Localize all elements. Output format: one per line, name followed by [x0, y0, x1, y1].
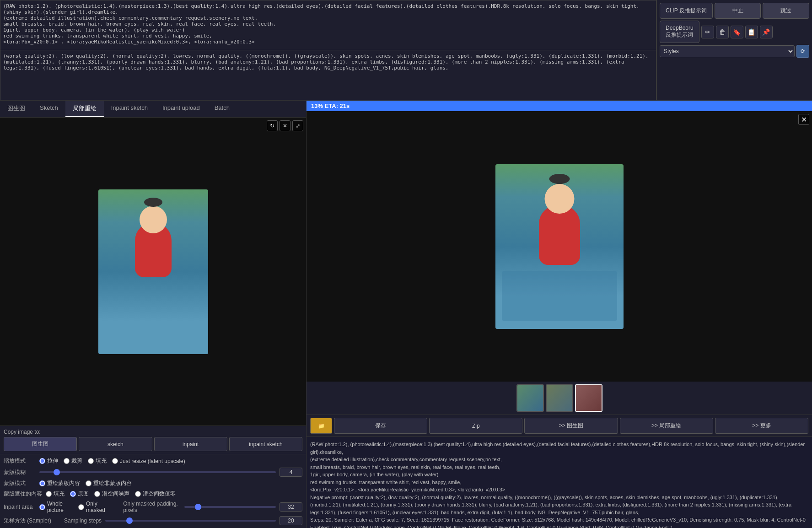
confirm-button[interactable]: 跳过 — [763, 3, 809, 19]
clip-button[interactable]: CLIP 反推提示词 — [660, 3, 713, 19]
resize-fill-option[interactable]: 填充 — [88, 457, 107, 465]
sampling-method-label: 采样方法 (Sampler) — [4, 517, 51, 525]
whole-picture-option[interactable]: Whole picture — [39, 501, 73, 513]
styles-row: Styles ⟳ — [660, 45, 809, 58]
mask-blur-slider[interactable] — [39, 471, 276, 473]
options-section: 缩放模式 拉伸 裁剪 填充 Just resize (latent upscal… — [0, 454, 306, 528]
masked-content-row: 蒙版遮住的内容 填充 原图 潜空间噪声 潜空间数值零 — [4, 490, 302, 498]
zip-button[interactable]: Zip — [429, 418, 522, 434]
pencil-icon-button[interactable]: ✏ — [701, 26, 714, 38]
inpaint-area-label: Inpaint area — [4, 504, 36, 510]
copy-icon-button[interactable]: 📋 — [745, 26, 758, 38]
copy-to-img2img-button[interactable]: 图生图 — [4, 437, 77, 451]
tab-inpaint[interactable]: 局部重绘 — [65, 101, 104, 117]
copy-image-label: Copy image to: — [4, 429, 302, 435]
mask-mode-label: 蒙版模式 — [4, 480, 36, 487]
main-content: 图生图 Sketch 局部重绘 Inpaint sketch Inpaint u… — [0, 101, 812, 528]
deepbooru-button[interactable]: DeepBooru 反推提示词 — [660, 21, 699, 43]
clip-row: CLIP 反推提示词 中止 跳过 — [660, 3, 809, 19]
tab-sketch[interactable]: Sketch — [32, 101, 65, 117]
mask-mode-row: 蒙版模式 重绘蒙版内容 重绘非蒙版内容 — [4, 480, 302, 487]
copy-to-inpaint-button[interactable]: inpaint — [154, 437, 227, 451]
folder-button[interactable]: 📁 — [310, 418, 332, 434]
resize-mode-row: 缩放模式 拉伸 裁剪 填充 Just resize (latent upscal… — [4, 457, 302, 465]
resize-latent-option[interactable]: Just resize (latent upscale) — [112, 458, 185, 464]
mask-blur-value-input[interactable] — [280, 468, 302, 477]
only-masked-option[interactable]: Only masked — [78, 501, 110, 513]
padding-value-input[interactable] — [280, 502, 302, 512]
mask-blur-label: 蒙版模糊 — [4, 469, 36, 476]
top-right-panel: CLIP 反推提示词 中止 跳过 DeepBooru 反推提示词 ✏ 🗑 🔖 📋… — [656, 0, 812, 100]
canvas-controls: ↻ ✕ ⤢ — [267, 120, 303, 131]
thumbnail-3[interactable] — [575, 384, 602, 412]
copy-image-section: Copy image to: 图生图 sketch inpaint inpain… — [0, 426, 306, 454]
negative-prompt-input[interactable]: (worst quality:2), (low quality:2), (nor… — [0, 50, 656, 100]
tab-inpaint-sketch[interactable]: Inpaint sketch — [104, 101, 155, 117]
trash-icon-button[interactable]: 🗑 — [716, 26, 729, 38]
canvas-close-button[interactable]: ✕ — [280, 120, 290, 131]
mask-mode-inpaint-option[interactable]: 重绘蒙版内容 — [39, 480, 80, 487]
inpaint-area-controls: Whole picture Only masked Only masked pa… — [39, 501, 302, 513]
styles-select[interactable]: Styles — [660, 45, 795, 57]
tabs-row: 图生图 Sketch 局部重绘 Inpaint sketch Inpaint u… — [0, 101, 306, 118]
resize-mode-label: 缩放模式 — [4, 457, 36, 465]
masked-content-radio-group: 填充 原图 潜空间噪声 潜空间数值零 — [46, 490, 176, 498]
thumbnail-strip — [307, 382, 812, 415]
icon-row: ✏ 🗑 🔖 📋 📌 — [701, 21, 773, 43]
top-section: (RAW photo:1.2), (photorealistic:1.4),(m… — [0, 0, 812, 101]
sampling-steps-slider[interactable] — [105, 520, 276, 522]
to-inpaint-button[interactable]: >> 局部重绘 — [620, 418, 713, 434]
tab-img2img[interactable]: 图生图 — [0, 101, 32, 117]
sampling-steps-value-input[interactable] — [280, 516, 302, 525]
more-button[interactable]: >> 更多 — [715, 418, 808, 434]
thumbnail-2[interactable] — [546, 384, 573, 412]
tab-inpaint-upload[interactable]: Inpaint upload — [155, 101, 207, 117]
deepbooru-row: DeepBooru 反推提示词 ✏ 🗑 🔖 📋 📌 — [660, 21, 809, 43]
canvas-area: ↻ ✕ ⤢ — [0, 118, 306, 426]
action-buttons: 📁 保存 Zip >> 图生图 >> 局部重绘 >> 更多 — [307, 415, 812, 436]
masked-fill-option[interactable]: 填充 — [46, 490, 65, 498]
sampling-row: 采样方法 (Sampler) Sampling steps — [4, 516, 302, 525]
thumbnail-1[interactable] — [516, 384, 544, 412]
progress-bar: 13% ETA: 21s — [307, 101, 812, 111]
result-image — [495, 164, 624, 329]
right-result-panel: 13% ETA: 21s ✕ 📁 保存 Z — [307, 101, 812, 528]
sampling-steps-container: Sampling steps — [55, 516, 302, 525]
tab-batch[interactable]: Batch — [207, 101, 237, 117]
mask-mode-radio-group: 重绘蒙版内容 重绘非蒙版内容 — [39, 480, 132, 487]
inpaint-area-radio-group: Whole picture Only masked — [39, 501, 110, 513]
styles-refresh-button[interactable]: ⟳ — [796, 45, 809, 58]
masked-content-label: 蒙版遮住的内容 — [4, 490, 42, 498]
mask-mode-outpaint-option[interactable]: 重绘非蒙版内容 — [86, 480, 132, 487]
resize-crop-option[interactable]: 裁剪 — [64, 457, 82, 465]
only-masked-padding-label: Only masked padding, pixels — [123, 501, 181, 513]
padding-slider-container — [184, 502, 302, 512]
canvas-expand-button[interactable]: ⤢ — [292, 120, 303, 131]
bookmark-icon-button[interactable]: 🔖 — [731, 26, 743, 38]
prompt-area: (RAW photo:1.2), (photorealistic:1.4),(m… — [0, 0, 656, 100]
masked-original-option[interactable]: 原图 — [70, 490, 89, 498]
left-panel: 图生图 Sketch 局部重绘 Inpaint sketch Inpaint u… — [0, 101, 307, 528]
canvas-refresh-button[interactable]: ↻ — [267, 120, 278, 131]
info-text-area: (RAW photo:1.2), (photorealistic:1.4),(m… — [307, 436, 812, 528]
masked-zero-option[interactable]: 潜空间数值零 — [135, 490, 176, 498]
result-image-area: ✕ — [307, 111, 812, 382]
mask-blur-slider-container — [39, 468, 302, 477]
canvas-image — [98, 189, 208, 354]
mask-blur-row: 蒙版模糊 — [4, 468, 302, 477]
sampling-steps-label: Sampling steps — [64, 517, 102, 524]
result-close-button[interactable]: ✕ — [798, 114, 809, 125]
copy-to-inpaint-sketch-button[interactable]: inpaint sketch — [229, 437, 302, 451]
copy-to-sketch-button[interactable]: sketch — [79, 437, 152, 451]
inpaint-area-row: Inpaint area Whole picture Only masked O… — [4, 501, 302, 513]
save-button[interactable]: 保存 — [334, 418, 427, 434]
copy-image-btns: 图生图 sketch inpaint inpaint sketch — [4, 437, 302, 451]
masked-noise-option[interactable]: 潜空间噪声 — [94, 490, 129, 498]
paste-icon-button[interactable]: 📌 — [760, 26, 773, 38]
resize-mode-radio-group: 拉伸 裁剪 填充 Just resize (latent upscale) — [39, 457, 185, 465]
stop-button[interactable]: 中止 — [715, 3, 761, 19]
positive-prompt-input[interactable]: (RAW photo:1.2), (photorealistic:1.4),(m… — [0, 0, 656, 50]
to-img2img-button[interactable]: >> 图生图 — [524, 418, 618, 434]
resize-stretch-option[interactable]: 拉伸 — [39, 457, 58, 465]
padding-slider[interactable] — [184, 506, 276, 508]
